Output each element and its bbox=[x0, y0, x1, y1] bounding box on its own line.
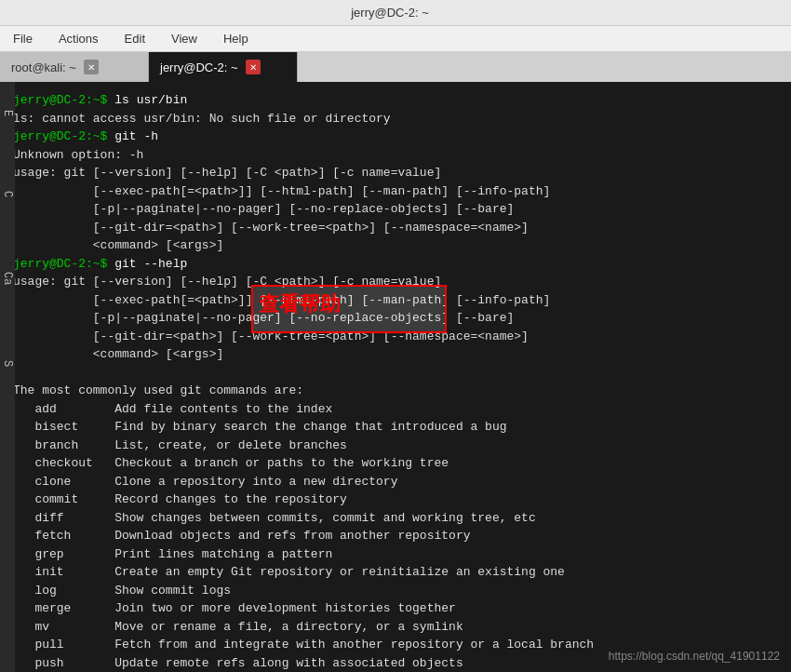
menu-file[interactable]: File bbox=[7, 30, 38, 47]
watermark: https://blog.csdn.net/qq_41901122 bbox=[609, 648, 780, 665]
tab-bar: root@kali: ~ ✕ jerry@DC-2: ~ ✕ bbox=[0, 52, 791, 82]
prompt-3: jerry@DC-2:~$ bbox=[13, 257, 107, 271]
annotation-text: 查看帮助 bbox=[259, 292, 341, 316]
line-2: ls: cannot access usr/bin: No such file … bbox=[13, 112, 391, 126]
line-4: Unknown option: -h usage: git [--version… bbox=[13, 148, 550, 253]
prompt-1: jerry@DC-2:~$ bbox=[13, 93, 107, 107]
title-bar: jerry@DC-2: ~ bbox=[0, 0, 791, 26]
tab-kali[interactable]: root@kali: ~ ✕ bbox=[0, 52, 149, 82]
terminal-area: jerry@DC-2:~$ ls usr/bin ls: cannot acce… bbox=[0, 82, 791, 672]
line-help: usage: git [--version] [--help] [-C <pat… bbox=[13, 275, 594, 672]
menu-help[interactable]: Help bbox=[218, 30, 254, 47]
annotation-box: 查看帮助 bbox=[251, 285, 447, 333]
sidebar-label-e: E bbox=[1, 110, 14, 116]
terminal-content: jerry@DC-2:~$ ls usr/bin ls: cannot acce… bbox=[13, 91, 778, 672]
tab-kali-close[interactable]: ✕ bbox=[84, 60, 99, 74]
menu-view[interactable]: View bbox=[166, 30, 203, 47]
tab-jerry-label: jerry@DC-2: ~ bbox=[160, 60, 238, 74]
tab-jerry[interactable]: jerry@DC-2: ~ ✕ bbox=[149, 52, 298, 82]
tab-kali-label: root@kali: ~ bbox=[11, 60, 76, 74]
prompt-2: jerry@DC-2:~$ bbox=[13, 129, 107, 143]
title-bar-text: jerry@DC-2: ~ bbox=[0, 6, 780, 20]
sidebar-label-ca: Ca bbox=[1, 272, 14, 285]
menu-bar: File Actions Edit View Help bbox=[0, 26, 791, 52]
sidebar-strip: E C Ca S bbox=[0, 82, 15, 672]
menu-actions[interactable]: Actions bbox=[53, 30, 104, 47]
tab-jerry-close[interactable]: ✕ bbox=[246, 60, 261, 74]
sidebar-label-c: C bbox=[1, 191, 14, 197]
menu-edit[interactable]: Edit bbox=[119, 30, 151, 47]
sidebar-label-s: S bbox=[1, 360, 14, 367]
